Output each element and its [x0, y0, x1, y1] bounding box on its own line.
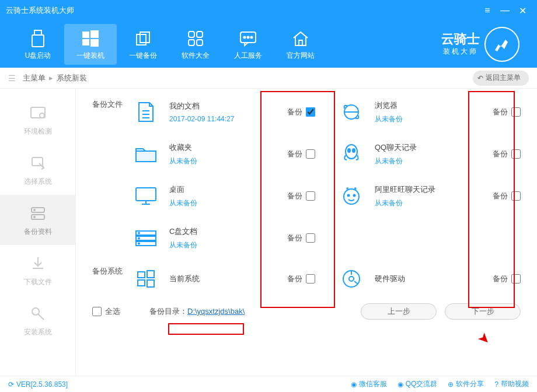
annotation-arrow: ➤: [475, 328, 494, 348]
backup-toggle[interactable]: 备份: [287, 191, 315, 201]
item-status[interactable]: 从未备份: [169, 198, 287, 208]
folder-icon: [133, 141, 159, 167]
nav-usb[interactable]: U盘启动: [12, 24, 64, 65]
back-main-button[interactable]: ↶ 返回主菜单: [473, 71, 529, 86]
svg-rect-8: [189, 32, 194, 37]
backup-toggle[interactable]: 备份: [287, 274, 315, 284]
wechat-icon: ◉: [351, 380, 357, 388]
svg-rect-16: [299, 40, 302, 46]
svg-point-14: [247, 36, 249, 38]
nav-label: 一键装机: [76, 51, 104, 61]
footer-qq[interactable]: ◉QQ交流群: [397, 379, 438, 389]
svg-rect-10: [189, 40, 194, 46]
svg-point-15: [251, 36, 253, 38]
backup-toggle[interactable]: 备份: [493, 149, 521, 159]
nav-label: 一键备份: [129, 51, 157, 61]
download-icon: [28, 254, 48, 274]
copy-icon: [133, 29, 153, 48]
item-status[interactable]: 从未备份: [169, 156, 287, 166]
gear-doc-icon: [28, 103, 48, 123]
nav-backup[interactable]: 一键备份: [117, 24, 169, 65]
item-name: 浏览器: [375, 100, 493, 111]
windows-small-icon: [133, 266, 159, 292]
brand-logo-icon: [484, 27, 519, 62]
file-icon: [133, 99, 159, 125]
menu-button[interactable]: ≡: [479, 2, 496, 19]
item-name: 桌面: [169, 184, 287, 195]
backup-toggle[interactable]: 备份: [493, 274, 521, 284]
server-icon: [28, 204, 48, 223]
item-name: C盘文档: [169, 226, 287, 237]
card-aliww: 阿里旺旺聊天记录从未备份 备份: [339, 183, 521, 209]
svg-point-31: [353, 149, 355, 152]
minimize-button[interactable]: —: [496, 2, 514, 19]
svg-rect-1: [32, 35, 44, 47]
annotation-box-path: [168, 323, 244, 335]
svg-point-22: [34, 209, 35, 211]
item-name: QQ聊天记录: [375, 142, 493, 153]
nav-software[interactable]: 软件大全: [169, 24, 222, 65]
section-system-label: 备份系统: [92, 266, 133, 276]
backup-toggle[interactable]: 备份: [287, 233, 315, 243]
version[interactable]: ⟳VER[2.5.36.853]: [8, 380, 68, 388]
select-all[interactable]: 全选: [92, 306, 120, 317]
item-name: 阿里旺旺聊天记录: [375, 184, 493, 195]
step-env[interactable]: 环境检测: [0, 94, 75, 145]
svg-rect-7: [140, 32, 149, 43]
prev-button[interactable]: 上一步: [361, 303, 437, 320]
step-install[interactable]: 安装系统: [0, 295, 75, 345]
path-link[interactable]: D:\yqsxtzjds\bak\: [187, 307, 245, 316]
app-title: 云骑士系统装机大师: [6, 5, 479, 16]
item-status[interactable]: 2017-02-09 11:44:27: [169, 115, 287, 123]
section-files-label: 备份文件: [92, 99, 133, 110]
crumb-current[interactable]: 系统新装: [53, 73, 90, 83]
svg-rect-9: [197, 32, 203, 37]
path-label: 备份目录：: [149, 307, 187, 316]
item-status[interactable]: 从未备份: [375, 156, 493, 166]
backup-toggle[interactable]: 备份: [287, 149, 315, 159]
svg-rect-17: [31, 107, 45, 118]
brand: 云骑士 装机大师: [441, 27, 519, 62]
step-select[interactable]: 选择系统: [0, 145, 75, 195]
step-label: 安装系统: [24, 327, 52, 337]
step-label: 选择系统: [24, 177, 52, 187]
nav-website[interactable]: 官方网站: [274, 24, 327, 65]
card-current-os: 当前系统 备份: [133, 266, 315, 292]
svg-rect-4: [82, 39, 89, 46]
footer-help[interactable]: ?帮助视频: [494, 379, 529, 389]
footer-wechat[interactable]: ◉微信客服: [351, 379, 387, 389]
svg-point-36: [348, 195, 350, 197]
svg-point-13: [244, 36, 246, 38]
step-backup[interactable]: 备份资料: [0, 195, 75, 245]
share-icon: ⊕: [448, 380, 454, 388]
close-button[interactable]: ✕: [514, 2, 531, 19]
footer-share[interactable]: ⊕软件分享: [448, 379, 484, 389]
item-status[interactable]: 从未备份: [375, 114, 493, 124]
drive-icon: [133, 225, 159, 251]
nav-service[interactable]: 人工服务: [222, 24, 274, 65]
svg-rect-11: [197, 40, 203, 46]
footer: ⟳VER[2.5.36.853] ◉微信客服 ◉QQ交流群 ⊕软件分享 ?帮助视…: [0, 376, 537, 392]
svg-rect-3: [90, 30, 99, 38]
item-name: 当前系统: [169, 274, 287, 284]
next-button[interactable]: 下一步: [445, 303, 521, 320]
svg-rect-5: [90, 39, 99, 47]
svg-rect-6: [137, 34, 146, 45]
list-icon: ☰: [8, 74, 16, 83]
cursor-icon: [28, 153, 48, 173]
backup-toggle[interactable]: 备份: [493, 191, 521, 201]
card-favorites: 收藏夹从未备份 备份: [133, 141, 315, 167]
item-status[interactable]: 从未备份: [375, 198, 493, 208]
step-label: 下载文件: [24, 277, 52, 287]
backup-toggle[interactable]: 备份: [493, 107, 521, 117]
crumb-root[interactable]: 主菜单: [19, 73, 49, 83]
nav-install[interactable]: 一键装机: [64, 24, 117, 65]
item-status[interactable]: 从未备份: [169, 240, 287, 250]
backup-toggle[interactable]: 备份: [287, 107, 315, 117]
svg-point-43: [138, 243, 140, 244]
back-icon: ↶: [477, 74, 483, 82]
svg-rect-46: [138, 280, 145, 286]
nav-label: 软件大全: [182, 51, 210, 61]
step-download[interactable]: 下载文件: [0, 245, 75, 295]
svg-point-23: [34, 216, 35, 218]
